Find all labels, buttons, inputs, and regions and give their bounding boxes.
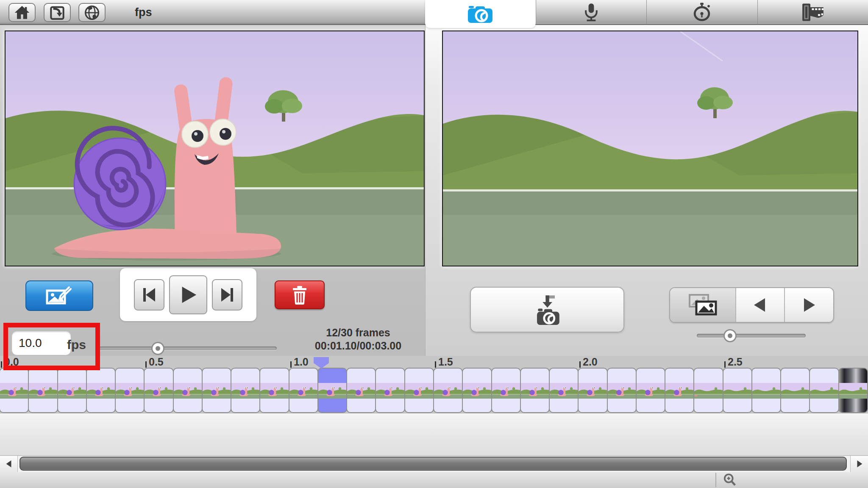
- edit-frame-button[interactable]: [25, 280, 93, 311]
- thumbnail-tree: [512, 387, 515, 390]
- timeline-frame-cell[interactable]: [404, 368, 434, 413]
- scroll-right-button[interactable]: [850, 456, 868, 472]
- timeline-frame-cell[interactable]: [433, 368, 463, 413]
- timeline-frame-cell[interactable]: [259, 368, 289, 413]
- timeline-frame-cell[interactable]: [57, 368, 87, 413]
- onion-skin-toggle[interactable]: [670, 288, 735, 322]
- ruler-tick-label: 2.5: [728, 356, 743, 368]
- timeline-frame-cell[interactable]: [231, 368, 260, 413]
- film-roll-icon: [799, 2, 826, 22]
- export-button[interactable]: [44, 3, 71, 22]
- scroll-left-button[interactable]: [0, 456, 18, 472]
- frame-count-text: 12/30 frames: [297, 326, 420, 339]
- fps-slider-track[interactable]: [99, 347, 277, 350]
- ruler-tick: [290, 361, 292, 368]
- overlay-nav-group: [669, 287, 834, 323]
- fps-input[interactable]: [11, 331, 71, 355]
- thumbnail-tree: [78, 387, 81, 390]
- timeline-frame-cell[interactable]: [173, 368, 203, 413]
- timeline-frame-cell[interactable]: [665, 368, 694, 413]
- next-frame-button[interactable]: [784, 288, 833, 322]
- thumbnail-tree: [20, 387, 23, 390]
- home-button[interactable]: [8, 3, 36, 22]
- capture-frame-button[interactable]: [470, 287, 624, 333]
- language-button[interactable]: [78, 3, 106, 22]
- timeline-frame-cell[interactable]: [115, 368, 145, 413]
- timeline-frame-cell[interactable]: [520, 368, 550, 413]
- timeline-frame-cell[interactable]: [578, 368, 607, 413]
- stopwatch-icon: [691, 2, 713, 22]
- skip-to-start-button[interactable]: [134, 279, 164, 311]
- timeline-frame-cell[interactable]: [317, 368, 347, 413]
- timeline-ruler: 0.00.51.01.52.02.5: [0, 356, 868, 368]
- overlay-opacity-slider[interactable]: [697, 329, 806, 342]
- timeline-frame-cell[interactable]: [751, 368, 781, 413]
- tab-audio[interactable]: [536, 0, 647, 25]
- frame-thumbnail: [462, 383, 491, 399]
- timeline-frame-cell[interactable]: [375, 368, 405, 413]
- timeline-frame-cell[interactable]: [838, 368, 868, 413]
- timeline-frame-cell[interactable]: [28, 368, 58, 413]
- timeline-frame-cell[interactable]: [491, 368, 521, 413]
- timeline-frame-cell[interactable]: [0, 368, 29, 413]
- zoom-icon: [722, 473, 738, 487]
- fps-slider[interactable]: [99, 342, 277, 355]
- fps-slider-thumb[interactable]: [151, 342, 164, 355]
- camera-live-view: [442, 30, 858, 266]
- timeline-frame-cell[interactable]: [549, 368, 579, 413]
- scrollbar-thumb[interactable]: [19, 457, 847, 471]
- tab-film[interactable]: [757, 0, 868, 25]
- ruler-tick-label: 1.5: [438, 356, 453, 368]
- thumbnail-tree: [165, 387, 167, 390]
- thumbnail-tree: [541, 387, 544, 390]
- ruler-tick: [724, 361, 726, 368]
- thumbnail-tree: [252, 387, 254, 390]
- frame-thumbnail: [723, 383, 752, 399]
- timeline-frame-cell[interactable]: [289, 368, 318, 413]
- thumbnail-tree: [396, 387, 399, 390]
- playback-controls: [120, 268, 256, 321]
- bottom-divider: [715, 473, 716, 487]
- frame-thumbnail: [115, 383, 144, 399]
- prev-frame-button[interactable]: [735, 288, 785, 322]
- timeline-frame-cell[interactable]: [809, 368, 839, 413]
- timeline-frame-cell[interactable]: [346, 368, 376, 413]
- frame-thumbnail: [549, 383, 578, 399]
- time-code-text: 00:01.10/00:03.00: [297, 339, 420, 352]
- ruler-tick-label: 1.0: [294, 356, 309, 368]
- skip-to-end-button[interactable]: [212, 279, 242, 311]
- thumbnail-tree: [686, 387, 688, 390]
- timeline-frame-cell[interactable]: [462, 368, 492, 413]
- skip-to-end-icon: [219, 286, 236, 303]
- timeline-frame-cell[interactable]: [607, 368, 637, 413]
- timeline-frame-cell[interactable]: [723, 368, 752, 413]
- home-icon: [13, 4, 31, 21]
- skip-to-start-icon: [141, 286, 158, 303]
- app-window: fps: [0, 0, 868, 488]
- fps-unit-label: fps: [67, 338, 86, 352]
- page-title: fps: [135, 6, 152, 19]
- thumbnail-tree: [339, 387, 341, 390]
- frame-thumbnail: [375, 383, 404, 399]
- frame-thumbnail: [173, 383, 202, 399]
- overlay-slider-thumb[interactable]: [723, 329, 737, 342]
- tab-camera[interactable]: [425, 0, 536, 28]
- thumbnail-tree: [483, 387, 486, 390]
- frame-thumbnail: [404, 383, 434, 399]
- frame-thumbnail: [578, 383, 607, 399]
- timeline-frame-cell[interactable]: [636, 368, 665, 413]
- timeline-frame-cell[interactable]: [202, 368, 231, 413]
- timeline-frame-cell[interactable]: [780, 368, 810, 413]
- timeline-frame-cell[interactable]: [693, 368, 723, 413]
- play-button[interactable]: [169, 275, 207, 314]
- frame-thumbnail: [433, 383, 462, 399]
- overlay-slider-track[interactable]: [697, 334, 806, 338]
- scroll-left-icon: [4, 459, 14, 469]
- frame-thumbnail: [231, 383, 260, 399]
- camera-live-image: [443, 31, 857, 266]
- frame-thumbnail: [144, 383, 173, 399]
- timeline-frame-cell[interactable]: [86, 368, 116, 413]
- tab-timer[interactable]: [646, 0, 757, 25]
- timeline-frame-cell[interactable]: [144, 368, 173, 413]
- delete-frame-button[interactable]: [275, 280, 325, 309]
